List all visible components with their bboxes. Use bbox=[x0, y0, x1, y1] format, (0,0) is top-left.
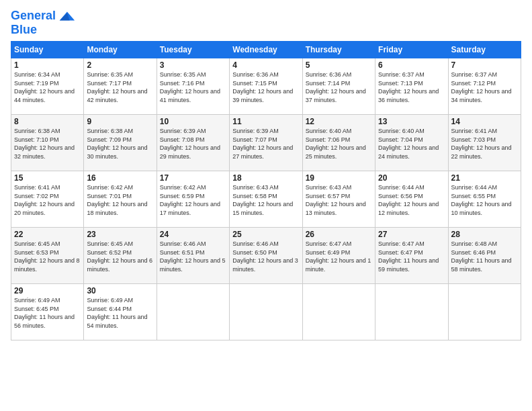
calendar-cell: 15 Sunrise: 6:41 AMSunset: 7:02 PMDaylig… bbox=[11, 171, 84, 228]
calendar-cell: 28 Sunrise: 6:48 AMSunset: 6:46 PMDaylig… bbox=[448, 228, 521, 284]
day-number: 8 bbox=[14, 117, 81, 126]
day-info: Sunrise: 6:43 AMSunset: 6:57 PMDaylight:… bbox=[306, 184, 366, 216]
calendar-cell bbox=[375, 284, 448, 340]
day-number: 3 bbox=[160, 60, 226, 70]
weekday-header-thursday: Thursday bbox=[302, 42, 375, 58]
day-info: Sunrise: 6:49 AMSunset: 6:45 PMDaylight:… bbox=[14, 297, 75, 329]
day-info: Sunrise: 6:42 AMSunset: 7:01 PMDaylight:… bbox=[87, 184, 147, 216]
day-info: Sunrise: 6:41 AMSunset: 7:03 PMDaylight:… bbox=[451, 128, 512, 160]
calendar-cell: 13 Sunrise: 6:40 AMSunset: 7:04 PMDaylig… bbox=[375, 115, 448, 171]
calendar-cell bbox=[157, 284, 229, 340]
calendar-cell bbox=[448, 284, 521, 340]
calendar-cell: 18 Sunrise: 6:43 AMSunset: 6:58 PMDaylig… bbox=[230, 171, 302, 228]
day-info: Sunrise: 6:34 AMSunset: 7:19 PMDaylight:… bbox=[14, 71, 75, 103]
day-number: 23 bbox=[87, 230, 153, 239]
calendar-cell: 14 Sunrise: 6:41 AMSunset: 7:03 PMDaylig… bbox=[448, 115, 521, 171]
weekday-header-tuesday: Tuesday bbox=[157, 42, 229, 58]
day-number: 12 bbox=[306, 117, 372, 126]
day-number: 6 bbox=[378, 60, 445, 70]
calendar-cell: 6 Sunrise: 6:37 AMSunset: 7:13 PMDayligh… bbox=[375, 58, 448, 115]
header: General Blue bbox=[11, 7, 521, 37]
calendar-cell: 29 Sunrise: 6:49 AMSunset: 6:45 PMDaylig… bbox=[11, 284, 84, 340]
day-info: Sunrise: 6:35 AMSunset: 7:17 PMDaylight:… bbox=[87, 71, 147, 103]
calendar-cell: 10 Sunrise: 6:39 AMSunset: 7:08 PMDaylig… bbox=[157, 115, 229, 171]
day-info: Sunrise: 6:39 AMSunset: 7:08 PMDaylight:… bbox=[160, 128, 220, 160]
calendar-cell: 21 Sunrise: 6:44 AMSunset: 6:55 PMDaylig… bbox=[448, 171, 521, 228]
day-info: Sunrise: 6:47 AMSunset: 6:47 PMDaylight:… bbox=[378, 240, 439, 273]
day-number: 7 bbox=[451, 60, 518, 70]
day-number: 14 bbox=[451, 117, 518, 126]
day-info: Sunrise: 6:38 AMSunset: 7:09 PMDaylight:… bbox=[87, 128, 147, 160]
day-info: Sunrise: 6:40 AMSunset: 7:06 PMDaylight:… bbox=[306, 128, 366, 160]
calendar-cell: 11 Sunrise: 6:39 AMSunset: 7:07 PMDaylig… bbox=[230, 115, 302, 171]
calendar-cell: 3 Sunrise: 6:35 AMSunset: 7:16 PMDayligh… bbox=[157, 58, 229, 115]
weekday-header-monday: Monday bbox=[84, 42, 157, 58]
day-number: 21 bbox=[451, 173, 518, 183]
day-info: Sunrise: 6:46 AMSunset: 6:51 PMDaylight:… bbox=[160, 240, 226, 273]
weekday-header-wednesday: Wednesday bbox=[230, 42, 302, 58]
day-number: 27 bbox=[378, 230, 445, 239]
day-info: Sunrise: 6:49 AMSunset: 6:44 PMDaylight:… bbox=[87, 297, 147, 329]
calendar-cell: 23 Sunrise: 6:45 AMSunset: 6:52 PMDaylig… bbox=[84, 228, 157, 284]
day-info: Sunrise: 6:45 AMSunset: 6:53 PMDaylight:… bbox=[14, 240, 80, 273]
day-info: Sunrise: 6:40 AMSunset: 7:04 PMDaylight:… bbox=[378, 128, 439, 160]
calendar-cell: 20 Sunrise: 6:44 AMSunset: 6:56 PMDaylig… bbox=[375, 171, 448, 228]
calendar-cell bbox=[302, 284, 375, 340]
calendar-cell: 30 Sunrise: 6:49 AMSunset: 6:44 PMDaylig… bbox=[84, 284, 157, 340]
weekday-header-saturday: Saturday bbox=[448, 42, 521, 58]
day-info: Sunrise: 6:44 AMSunset: 6:55 PMDaylight:… bbox=[451, 184, 512, 216]
day-info: Sunrise: 6:35 AMSunset: 7:16 PMDaylight:… bbox=[160, 71, 220, 103]
calendar-cell: 17 Sunrise: 6:42 AMSunset: 6:59 PMDaylig… bbox=[157, 171, 229, 228]
day-number: 24 bbox=[160, 230, 226, 239]
day-number: 4 bbox=[232, 60, 299, 70]
day-number: 18 bbox=[232, 173, 299, 183]
calendar-cell: 16 Sunrise: 6:42 AMSunset: 7:01 PMDaylig… bbox=[84, 171, 157, 228]
day-info: Sunrise: 6:42 AMSunset: 6:59 PMDaylight:… bbox=[160, 184, 220, 216]
calendar-cell: 9 Sunrise: 6:38 AMSunset: 7:09 PMDayligh… bbox=[84, 115, 157, 171]
weekday-header-sunday: Sunday bbox=[11, 42, 84, 58]
day-number: 10 bbox=[160, 117, 226, 126]
day-number: 17 bbox=[160, 173, 226, 183]
day-info: Sunrise: 6:37 AMSunset: 7:13 PMDaylight:… bbox=[378, 71, 439, 103]
week-row-1: 1 Sunrise: 6:34 AMSunset: 7:19 PMDayligh… bbox=[11, 58, 521, 115]
week-row-4: 22 Sunrise: 6:45 AMSunset: 6:53 PMDaylig… bbox=[11, 228, 521, 284]
day-info: Sunrise: 6:43 AMSunset: 6:58 PMDaylight:… bbox=[232, 184, 293, 216]
day-number: 22 bbox=[14, 230, 81, 239]
week-row-3: 15 Sunrise: 6:41 AMSunset: 7:02 PMDaylig… bbox=[11, 171, 521, 228]
calendar-cell: 24 Sunrise: 6:46 AMSunset: 6:51 PMDaylig… bbox=[157, 228, 229, 284]
day-number: 29 bbox=[14, 286, 81, 295]
calendar-cell: 5 Sunrise: 6:36 AMSunset: 7:14 PMDayligh… bbox=[302, 58, 375, 115]
logo-text: General bbox=[11, 9, 56, 23]
calendar-cell: 12 Sunrise: 6:40 AMSunset: 7:06 PMDaylig… bbox=[302, 115, 375, 171]
calendar-cell: 27 Sunrise: 6:47 AMSunset: 6:47 PMDaylig… bbox=[375, 228, 448, 284]
day-number: 9 bbox=[87, 117, 153, 126]
day-info: Sunrise: 6:36 AMSunset: 7:15 PMDaylight:… bbox=[232, 71, 293, 103]
logo-icon bbox=[57, 7, 76, 26]
calendar-cell: 2 Sunrise: 6:35 AMSunset: 7:17 PMDayligh… bbox=[84, 58, 157, 115]
week-row-5: 29 Sunrise: 6:49 AMSunset: 6:45 PMDaylig… bbox=[11, 284, 521, 340]
day-number: 25 bbox=[232, 230, 299, 239]
day-info: Sunrise: 6:36 AMSunset: 7:14 PMDaylight:… bbox=[306, 71, 366, 103]
day-info: Sunrise: 6:41 AMSunset: 7:02 PMDaylight:… bbox=[14, 184, 75, 216]
day-info: Sunrise: 6:46 AMSunset: 6:50 PMDaylight:… bbox=[232, 240, 298, 273]
calendar-cell: 4 Sunrise: 6:36 AMSunset: 7:15 PMDayligh… bbox=[230, 58, 302, 115]
calendar-cell: 25 Sunrise: 6:46 AMSunset: 6:50 PMDaylig… bbox=[230, 228, 302, 284]
calendar-cell: 22 Sunrise: 6:45 AMSunset: 6:53 PMDaylig… bbox=[11, 228, 84, 284]
calendar-cell: 19 Sunrise: 6:43 AMSunset: 6:57 PMDaylig… bbox=[302, 171, 375, 228]
week-row-2: 8 Sunrise: 6:38 AMSunset: 7:10 PMDayligh… bbox=[11, 115, 521, 171]
day-info: Sunrise: 6:45 AMSunset: 6:52 PMDaylight:… bbox=[87, 240, 152, 273]
day-number: 19 bbox=[306, 173, 372, 183]
day-number: 30 bbox=[87, 286, 153, 295]
day-number: 11 bbox=[232, 117, 299, 126]
day-number: 2 bbox=[87, 60, 153, 70]
logo: General Blue bbox=[11, 7, 76, 37]
day-info: Sunrise: 6:38 AMSunset: 7:10 PMDaylight:… bbox=[14, 128, 75, 160]
calendar-cell: 7 Sunrise: 6:37 AMSunset: 7:12 PMDayligh… bbox=[448, 58, 521, 115]
day-number: 28 bbox=[451, 230, 518, 239]
day-number: 13 bbox=[378, 117, 445, 126]
calendar-cell: 1 Sunrise: 6:34 AMSunset: 7:19 PMDayligh… bbox=[11, 58, 84, 115]
day-number: 15 bbox=[14, 173, 81, 183]
page: General Blue SundayMondayTuesdayWednesda… bbox=[0, 0, 532, 411]
day-number: 26 bbox=[306, 230, 372, 239]
day-info: Sunrise: 6:47 AMSunset: 6:49 PMDaylight:… bbox=[306, 240, 371, 273]
